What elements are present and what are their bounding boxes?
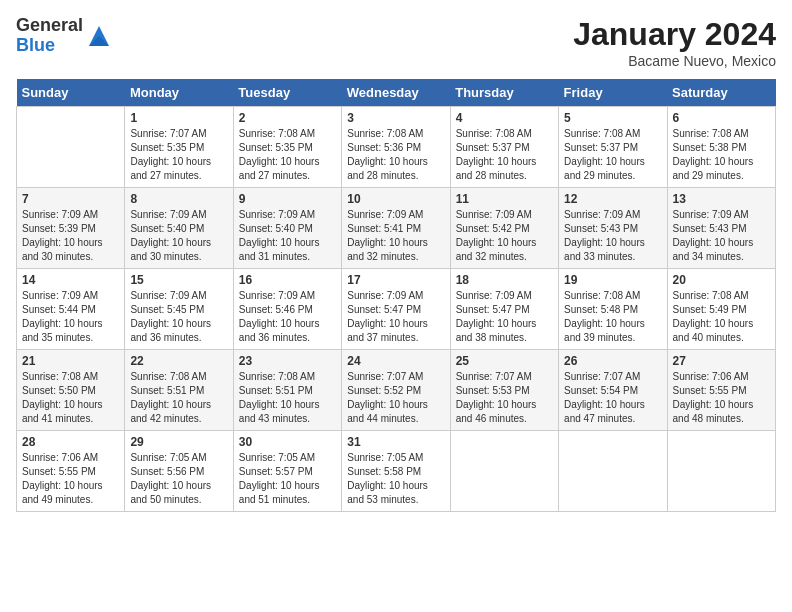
day-number: 11 bbox=[456, 192, 553, 206]
day-number: 29 bbox=[130, 435, 227, 449]
day-number: 16 bbox=[239, 273, 336, 287]
cell-info: Sunrise: 7:09 AM Sunset: 5:39 PM Dayligh… bbox=[22, 208, 119, 264]
cell-info: Sunrise: 7:08 AM Sunset: 5:49 PM Dayligh… bbox=[673, 289, 770, 345]
cell-info: Sunrise: 7:07 AM Sunset: 5:53 PM Dayligh… bbox=[456, 370, 553, 426]
cell-info: Sunrise: 7:09 AM Sunset: 5:41 PM Dayligh… bbox=[347, 208, 444, 264]
location: Bacame Nuevo, Mexico bbox=[573, 53, 776, 69]
calendar-cell: 25Sunrise: 7:07 AM Sunset: 5:53 PM Dayli… bbox=[450, 350, 558, 431]
calendar-cell: 11Sunrise: 7:09 AM Sunset: 5:42 PM Dayli… bbox=[450, 188, 558, 269]
cell-info: Sunrise: 7:09 AM Sunset: 5:46 PM Dayligh… bbox=[239, 289, 336, 345]
day-number: 8 bbox=[130, 192, 227, 206]
cell-info: Sunrise: 7:06 AM Sunset: 5:55 PM Dayligh… bbox=[22, 451, 119, 507]
calendar-cell: 6Sunrise: 7:08 AM Sunset: 5:38 PM Daylig… bbox=[667, 107, 775, 188]
calendar-cell: 5Sunrise: 7:08 AM Sunset: 5:37 PM Daylig… bbox=[559, 107, 667, 188]
cell-info: Sunrise: 7:08 AM Sunset: 5:37 PM Dayligh… bbox=[456, 127, 553, 183]
calendar-cell: 13Sunrise: 7:09 AM Sunset: 5:43 PM Dayli… bbox=[667, 188, 775, 269]
cell-info: Sunrise: 7:08 AM Sunset: 5:48 PM Dayligh… bbox=[564, 289, 661, 345]
cell-info: Sunrise: 7:07 AM Sunset: 5:35 PM Dayligh… bbox=[130, 127, 227, 183]
week-row-4: 21Sunrise: 7:08 AM Sunset: 5:50 PM Dayli… bbox=[17, 350, 776, 431]
day-number: 21 bbox=[22, 354, 119, 368]
cell-info: Sunrise: 7:08 AM Sunset: 5:35 PM Dayligh… bbox=[239, 127, 336, 183]
day-number: 26 bbox=[564, 354, 661, 368]
calendar-cell: 20Sunrise: 7:08 AM Sunset: 5:49 PM Dayli… bbox=[667, 269, 775, 350]
day-number: 27 bbox=[673, 354, 770, 368]
logo: General Blue bbox=[16, 16, 113, 56]
day-number: 24 bbox=[347, 354, 444, 368]
cell-info: Sunrise: 7:09 AM Sunset: 5:44 PM Dayligh… bbox=[22, 289, 119, 345]
day-number: 31 bbox=[347, 435, 444, 449]
calendar-cell: 30Sunrise: 7:05 AM Sunset: 5:57 PM Dayli… bbox=[233, 431, 341, 512]
week-row-2: 7Sunrise: 7:09 AM Sunset: 5:39 PM Daylig… bbox=[17, 188, 776, 269]
logo-blue-text: Blue bbox=[16, 36, 83, 56]
day-number: 20 bbox=[673, 273, 770, 287]
cell-info: Sunrise: 7:05 AM Sunset: 5:58 PM Dayligh… bbox=[347, 451, 444, 507]
calendar-cell: 22Sunrise: 7:08 AM Sunset: 5:51 PM Dayli… bbox=[125, 350, 233, 431]
day-number: 18 bbox=[456, 273, 553, 287]
calendar-table: SundayMondayTuesdayWednesdayThursdayFrid… bbox=[16, 79, 776, 512]
day-number: 19 bbox=[564, 273, 661, 287]
day-header-sunday: Sunday bbox=[17, 79, 125, 107]
day-number: 4 bbox=[456, 111, 553, 125]
day-number: 14 bbox=[22, 273, 119, 287]
day-number: 1 bbox=[130, 111, 227, 125]
calendar-cell: 2Sunrise: 7:08 AM Sunset: 5:35 PM Daylig… bbox=[233, 107, 341, 188]
day-number: 3 bbox=[347, 111, 444, 125]
day-header-saturday: Saturday bbox=[667, 79, 775, 107]
calendar-cell: 1Sunrise: 7:07 AM Sunset: 5:35 PM Daylig… bbox=[125, 107, 233, 188]
day-header-tuesday: Tuesday bbox=[233, 79, 341, 107]
calendar-cell bbox=[450, 431, 558, 512]
day-number: 12 bbox=[564, 192, 661, 206]
title-block: January 2024 Bacame Nuevo, Mexico bbox=[573, 16, 776, 69]
page-header: General Blue January 2024 Bacame Nuevo, … bbox=[16, 16, 776, 69]
day-number: 7 bbox=[22, 192, 119, 206]
calendar-cell: 4Sunrise: 7:08 AM Sunset: 5:37 PM Daylig… bbox=[450, 107, 558, 188]
cell-info: Sunrise: 7:05 AM Sunset: 5:57 PM Dayligh… bbox=[239, 451, 336, 507]
day-number: 15 bbox=[130, 273, 227, 287]
cell-info: Sunrise: 7:08 AM Sunset: 5:37 PM Dayligh… bbox=[564, 127, 661, 183]
cell-info: Sunrise: 7:05 AM Sunset: 5:56 PM Dayligh… bbox=[130, 451, 227, 507]
cell-info: Sunrise: 7:06 AM Sunset: 5:55 PM Dayligh… bbox=[673, 370, 770, 426]
calendar-cell: 28Sunrise: 7:06 AM Sunset: 5:55 PM Dayli… bbox=[17, 431, 125, 512]
day-header-thursday: Thursday bbox=[450, 79, 558, 107]
calendar-cell: 10Sunrise: 7:09 AM Sunset: 5:41 PM Dayli… bbox=[342, 188, 450, 269]
calendar-cell: 19Sunrise: 7:08 AM Sunset: 5:48 PM Dayli… bbox=[559, 269, 667, 350]
day-number: 9 bbox=[239, 192, 336, 206]
day-number: 5 bbox=[564, 111, 661, 125]
cell-info: Sunrise: 7:09 AM Sunset: 5:43 PM Dayligh… bbox=[673, 208, 770, 264]
calendar-cell: 14Sunrise: 7:09 AM Sunset: 5:44 PM Dayli… bbox=[17, 269, 125, 350]
cell-info: Sunrise: 7:08 AM Sunset: 5:50 PM Dayligh… bbox=[22, 370, 119, 426]
day-number: 23 bbox=[239, 354, 336, 368]
day-number: 25 bbox=[456, 354, 553, 368]
day-number: 6 bbox=[673, 111, 770, 125]
calendar-cell: 12Sunrise: 7:09 AM Sunset: 5:43 PM Dayli… bbox=[559, 188, 667, 269]
day-number: 13 bbox=[673, 192, 770, 206]
logo-icon bbox=[85, 22, 113, 50]
cell-info: Sunrise: 7:08 AM Sunset: 5:38 PM Dayligh… bbox=[673, 127, 770, 183]
calendar-cell: 8Sunrise: 7:09 AM Sunset: 5:40 PM Daylig… bbox=[125, 188, 233, 269]
calendar-cell: 17Sunrise: 7:09 AM Sunset: 5:47 PM Dayli… bbox=[342, 269, 450, 350]
calendar-cell: 24Sunrise: 7:07 AM Sunset: 5:52 PM Dayli… bbox=[342, 350, 450, 431]
calendar-cell: 3Sunrise: 7:08 AM Sunset: 5:36 PM Daylig… bbox=[342, 107, 450, 188]
calendar-cell: 9Sunrise: 7:09 AM Sunset: 5:40 PM Daylig… bbox=[233, 188, 341, 269]
calendar-cell: 7Sunrise: 7:09 AM Sunset: 5:39 PM Daylig… bbox=[17, 188, 125, 269]
calendar-cell bbox=[559, 431, 667, 512]
month-title: January 2024 bbox=[573, 16, 776, 53]
day-number: 2 bbox=[239, 111, 336, 125]
calendar-cell: 23Sunrise: 7:08 AM Sunset: 5:51 PM Dayli… bbox=[233, 350, 341, 431]
week-row-5: 28Sunrise: 7:06 AM Sunset: 5:55 PM Dayli… bbox=[17, 431, 776, 512]
cell-info: Sunrise: 7:09 AM Sunset: 5:47 PM Dayligh… bbox=[456, 289, 553, 345]
cell-info: Sunrise: 7:09 AM Sunset: 5:47 PM Dayligh… bbox=[347, 289, 444, 345]
week-row-1: 1Sunrise: 7:07 AM Sunset: 5:35 PM Daylig… bbox=[17, 107, 776, 188]
day-number: 22 bbox=[130, 354, 227, 368]
day-header-monday: Monday bbox=[125, 79, 233, 107]
cell-info: Sunrise: 7:09 AM Sunset: 5:45 PM Dayligh… bbox=[130, 289, 227, 345]
cell-info: Sunrise: 7:09 AM Sunset: 5:43 PM Dayligh… bbox=[564, 208, 661, 264]
cell-info: Sunrise: 7:08 AM Sunset: 5:51 PM Dayligh… bbox=[130, 370, 227, 426]
day-number: 30 bbox=[239, 435, 336, 449]
cell-info: Sunrise: 7:09 AM Sunset: 5:40 PM Dayligh… bbox=[130, 208, 227, 264]
calendar-cell: 29Sunrise: 7:05 AM Sunset: 5:56 PM Dayli… bbox=[125, 431, 233, 512]
cell-info: Sunrise: 7:07 AM Sunset: 5:52 PM Dayligh… bbox=[347, 370, 444, 426]
day-number: 28 bbox=[22, 435, 119, 449]
calendar-cell: 26Sunrise: 7:07 AM Sunset: 5:54 PM Dayli… bbox=[559, 350, 667, 431]
day-header-friday: Friday bbox=[559, 79, 667, 107]
